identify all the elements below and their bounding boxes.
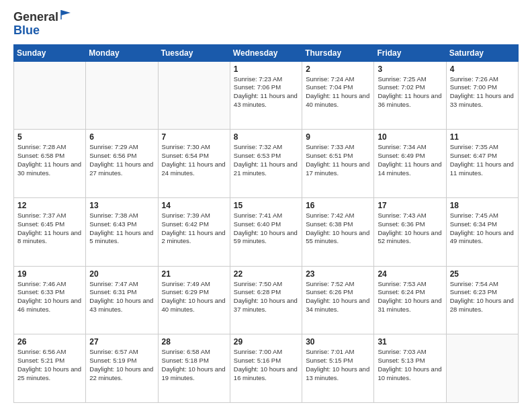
- day-number: 21: [162, 269, 226, 279]
- day-number: 30: [306, 337, 370, 347]
- calendar-week-row: 12Sunrise: 7:37 AM Sunset: 6:45 PM Dayli…: [14, 197, 519, 266]
- calendar-cell: 4Sunrise: 7:26 AM Sunset: 7:00 PM Daylig…: [446, 61, 518, 130]
- calendar-cell: 16Sunrise: 7:42 AM Sunset: 6:38 PM Dayli…: [302, 197, 374, 266]
- day-number: 20: [89, 269, 154, 279]
- weekday-header-row: SundayMondayTuesdayWednesdayThursdayFrid…: [14, 44, 519, 61]
- day-number: 1: [234, 64, 298, 74]
- day-number: 11: [450, 132, 515, 142]
- day-number: 10: [378, 132, 442, 142]
- day-number: 3: [378, 64, 442, 74]
- calendar-cell: 22Sunrise: 7:50 AM Sunset: 6:28 PM Dayli…: [230, 266, 302, 334]
- day-number: 5: [17, 132, 82, 142]
- day-number: 18: [450, 201, 515, 210]
- calendar-cell: 3Sunrise: 7:25 AM Sunset: 7:02 PM Daylig…: [374, 61, 446, 130]
- calendar-cell: 10Sunrise: 7:34 AM Sunset: 6:49 PM Dayli…: [374, 130, 446, 198]
- day-info: Sunrise: 7:03 AM Sunset: 5:13 PM Dayligh…: [378, 348, 442, 382]
- day-info: Sunrise: 7:25 AM Sunset: 7:02 PM Dayligh…: [378, 75, 442, 109]
- day-info: Sunrise: 7:41 AM Sunset: 6:40 PM Dayligh…: [234, 212, 298, 246]
- weekday-header: Tuesday: [158, 44, 230, 61]
- calendar-cell: 13Sunrise: 7:38 AM Sunset: 6:43 PM Dayli…: [86, 197, 158, 266]
- day-number: 6: [89, 132, 154, 142]
- calendar-week-row: 26Sunrise: 6:56 AM Sunset: 5:21 PM Dayli…: [14, 334, 519, 403]
- day-info: Sunrise: 6:58 AM Sunset: 5:18 PM Dayligh…: [162, 348, 226, 382]
- calendar-cell: 12Sunrise: 7:37 AM Sunset: 6:45 PM Dayli…: [14, 197, 86, 266]
- calendar-cell: 1Sunrise: 7:23 AM Sunset: 7:06 PM Daylig…: [230, 61, 302, 130]
- day-number: 7: [162, 132, 226, 142]
- calendar-cell: 20Sunrise: 7:47 AM Sunset: 6:31 PM Dayli…: [86, 266, 158, 334]
- calendar-cell: 26Sunrise: 6:56 AM Sunset: 5:21 PM Dayli…: [14, 334, 86, 403]
- day-number: 31: [378, 337, 442, 347]
- day-info: Sunrise: 7:37 AM Sunset: 6:45 PM Dayligh…: [17, 212, 82, 246]
- calendar-cell: 25Sunrise: 7:54 AM Sunset: 6:23 PM Dayli…: [446, 266, 518, 334]
- page-header: General Blue: [13, 11, 519, 38]
- day-number: 4: [450, 64, 515, 74]
- calendar-cell: 17Sunrise: 7:43 AM Sunset: 6:36 PM Dayli…: [374, 197, 446, 266]
- weekday-header: Wednesday: [230, 44, 302, 61]
- calendar-cell: 18Sunrise: 7:45 AM Sunset: 6:34 PM Dayli…: [446, 197, 518, 266]
- calendar-cell: 14Sunrise: 7:39 AM Sunset: 6:42 PM Dayli…: [158, 197, 230, 266]
- day-info: Sunrise: 7:38 AM Sunset: 6:43 PM Dayligh…: [89, 212, 154, 246]
- day-info: Sunrise: 7:33 AM Sunset: 6:51 PM Dayligh…: [306, 143, 370, 177]
- calendar-cell: 24Sunrise: 7:53 AM Sunset: 6:24 PM Dayli…: [374, 266, 446, 334]
- day-info: Sunrise: 7:42 AM Sunset: 6:38 PM Dayligh…: [306, 212, 370, 246]
- day-number: 12: [17, 201, 82, 210]
- day-info: Sunrise: 6:56 AM Sunset: 5:21 PM Dayligh…: [17, 348, 82, 382]
- day-number: 29: [234, 337, 298, 347]
- day-number: 28: [162, 337, 226, 347]
- weekday-header: Sunday: [14, 44, 86, 61]
- day-info: Sunrise: 7:35 AM Sunset: 6:47 PM Dayligh…: [450, 143, 515, 177]
- day-info: Sunrise: 7:23 AM Sunset: 7:06 PM Dayligh…: [234, 75, 298, 109]
- day-number: 14: [162, 201, 226, 210]
- calendar-cell: [158, 61, 230, 130]
- day-info: Sunrise: 7:30 AM Sunset: 6:54 PM Dayligh…: [162, 143, 226, 177]
- calendar-cell: 11Sunrise: 7:35 AM Sunset: 6:47 PM Dayli…: [446, 130, 518, 198]
- calendar-cell: [86, 61, 158, 130]
- svg-marker-0: [61, 10, 71, 15]
- calendar-cell: 2Sunrise: 7:24 AM Sunset: 7:04 PM Daylig…: [302, 61, 374, 130]
- calendar-cell: 27Sunrise: 6:57 AM Sunset: 5:19 PM Dayli…: [86, 334, 158, 403]
- logo: General Blue: [13, 11, 72, 38]
- day-number: 22: [234, 269, 298, 279]
- day-info: Sunrise: 7:50 AM Sunset: 6:28 PM Dayligh…: [234, 280, 298, 314]
- calendar-cell: 5Sunrise: 7:28 AM Sunset: 6:58 PM Daylig…: [14, 130, 86, 198]
- calendar-week-row: 19Sunrise: 7:46 AM Sunset: 6:33 PM Dayli…: [14, 266, 519, 334]
- day-info: Sunrise: 7:46 AM Sunset: 6:33 PM Dayligh…: [17, 280, 82, 314]
- day-number: 13: [89, 201, 154, 210]
- day-info: Sunrise: 7:26 AM Sunset: 7:00 PM Dayligh…: [450, 75, 515, 109]
- calendar-cell: 21Sunrise: 7:49 AM Sunset: 6:29 PM Dayli…: [158, 266, 230, 334]
- calendar-cell: 28Sunrise: 6:58 AM Sunset: 5:18 PM Dayli…: [158, 334, 230, 403]
- logo-blue: Blue: [13, 24, 40, 37]
- day-number: 8: [234, 132, 298, 142]
- day-info: Sunrise: 7:24 AM Sunset: 7:04 PM Dayligh…: [306, 75, 370, 109]
- calendar-cell: 23Sunrise: 7:52 AM Sunset: 6:26 PM Dayli…: [302, 266, 374, 334]
- calendar-cell: 6Sunrise: 7:29 AM Sunset: 6:56 PM Daylig…: [86, 130, 158, 198]
- calendar-cell: 9Sunrise: 7:33 AM Sunset: 6:51 PM Daylig…: [302, 130, 374, 198]
- calendar-cell: [14, 61, 86, 130]
- day-number: 15: [234, 201, 298, 210]
- weekday-header: Thursday: [302, 44, 374, 61]
- day-number: 23: [306, 269, 370, 279]
- day-info: Sunrise: 7:52 AM Sunset: 6:26 PM Dayligh…: [306, 280, 370, 314]
- day-info: Sunrise: 7:39 AM Sunset: 6:42 PM Dayligh…: [162, 212, 226, 246]
- calendar-cell: 30Sunrise: 7:01 AM Sunset: 5:15 PM Dayli…: [302, 334, 374, 403]
- calendar-cell: 15Sunrise: 7:41 AM Sunset: 6:40 PM Dayli…: [230, 197, 302, 266]
- logo-general: General: [13, 10, 58, 24]
- day-number: 24: [378, 269, 442, 279]
- logo-flag-icon: [60, 9, 72, 21]
- day-info: Sunrise: 7:54 AM Sunset: 6:23 PM Dayligh…: [450, 280, 515, 314]
- day-info: Sunrise: 7:29 AM Sunset: 6:56 PM Dayligh…: [89, 143, 154, 177]
- weekday-header: Friday: [374, 44, 446, 61]
- weekday-header: Monday: [86, 44, 158, 61]
- day-info: Sunrise: 7:34 AM Sunset: 6:49 PM Dayligh…: [378, 143, 442, 177]
- day-info: Sunrise: 7:00 AM Sunset: 5:16 PM Dayligh…: [234, 348, 298, 382]
- day-number: 19: [17, 269, 82, 279]
- day-info: Sunrise: 7:32 AM Sunset: 6:53 PM Dayligh…: [234, 143, 298, 177]
- day-number: 9: [306, 132, 370, 142]
- calendar-cell: 31Sunrise: 7:03 AM Sunset: 5:13 PM Dayli…: [374, 334, 446, 403]
- day-info: Sunrise: 7:01 AM Sunset: 5:15 PM Dayligh…: [306, 348, 370, 382]
- day-info: Sunrise: 7:28 AM Sunset: 6:58 PM Dayligh…: [17, 143, 82, 177]
- day-number: 2: [306, 64, 370, 74]
- weekday-header: Saturday: [446, 44, 518, 61]
- calendar-cell: 29Sunrise: 7:00 AM Sunset: 5:16 PM Dayli…: [230, 334, 302, 403]
- calendar-week-row: 1Sunrise: 7:23 AM Sunset: 7:06 PM Daylig…: [14, 61, 519, 130]
